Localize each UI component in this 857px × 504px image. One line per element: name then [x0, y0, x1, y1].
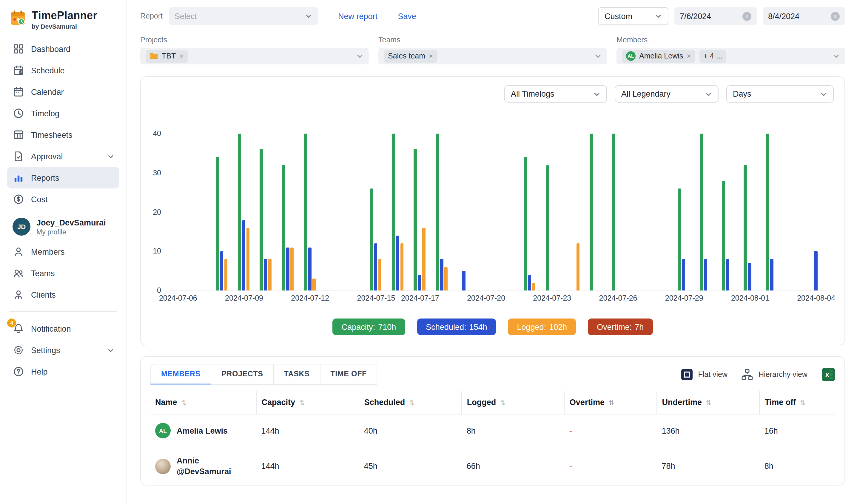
capacity-bar	[612, 134, 615, 291]
sidebar-item-teams[interactable]: Teams	[7, 262, 119, 284]
sort-icon[interactable]: ⇅	[500, 399, 505, 406]
scheduled-bar	[704, 259, 707, 291]
chevron-down-icon	[356, 52, 364, 60]
sidebar-item-timesheets[interactable]: Timesheets	[7, 124, 119, 145]
avatar: AL	[155, 423, 171, 438]
clear-date-icon[interactable]: ×	[742, 12, 751, 21]
sidebar-item-timelog[interactable]: Timelog	[7, 103, 119, 124]
granularity-select[interactable]: Days	[726, 85, 834, 103]
column-header-name[interactable]: Name⇅	[150, 391, 257, 414]
date-from-field[interactable]: 7/6/2024 ×	[674, 7, 757, 25]
scheduled-bar	[462, 271, 465, 291]
column-header-capacity[interactable]: Capacity⇅	[257, 391, 359, 414]
remove-chip-icon[interactable]: ×	[179, 52, 184, 60]
scheduled-bar	[770, 259, 773, 291]
logged-bar	[312, 279, 315, 291]
capacity-bar	[590, 134, 593, 291]
date-to-field[interactable]: 8/4/2024 ×	[763, 7, 845, 25]
tab-tasks[interactable]: TASKS	[273, 364, 320, 385]
timelog-filter-select[interactable]: All Timelogs	[504, 85, 607, 103]
capacity-value: 144h	[257, 414, 359, 447]
sidebar-item-label: Calendar	[31, 87, 64, 96]
sidebar-item-cost[interactable]: Cost	[7, 189, 119, 210]
column-header-logged[interactable]: Logged⇅	[462, 391, 565, 414]
sort-icon[interactable]: ⇅	[609, 399, 614, 406]
member-chip: AL Amelia Lewis ×	[622, 50, 695, 62]
legend-scheduled-button[interactable]: Scheduled: 154h	[417, 318, 496, 335]
date-range-preset-select[interactable]: Custom	[598, 7, 668, 25]
sidebar-item-dashboard[interactable]: Dashboard	[7, 38, 119, 60]
excel-export-icon[interactable]: X	[822, 368, 835, 381]
sidebar-item-label: Reports	[31, 173, 60, 182]
undertime-value: 136h	[657, 414, 760, 447]
members-filter-select[interactable]: AL Amelia Lewis × + 4 ...	[617, 48, 845, 65]
logged-bar	[576, 243, 579, 291]
scheduled-bar	[418, 275, 421, 291]
chart-card: All Timelogs All Legendary Days 01020304	[140, 76, 845, 345]
legend-label: Logged:	[517, 323, 547, 331]
legend-filter-select[interactable]: All Legendary	[615, 85, 719, 103]
column-header-overtime[interactable]: Overtime⇅	[565, 391, 657, 414]
sidebar-item-calendar[interactable]: Calendar	[7, 81, 119, 103]
sidebar-item-approval[interactable]: Approval	[7, 145, 119, 167]
column-header-undertime[interactable]: Undertime⇅	[657, 391, 760, 414]
details-table-card: MEMBERS PROJECTS TASKS TIME OFF Flat vie…	[140, 356, 845, 486]
scheduled-bar	[726, 259, 729, 291]
legend-overtime-button[interactable]: Overtime: 7h	[588, 318, 653, 335]
table-row[interactable]: Annie @DevSamurai 144h 45h 66h - 78h 8h	[150, 447, 835, 485]
capacity-bar	[370, 189, 373, 291]
legend-logged-button[interactable]: Logged: 102h	[508, 318, 576, 335]
sidebar-item-label: Members	[31, 247, 65, 256]
sidebar-divider	[10, 311, 117, 312]
sidebar-item-reports[interactable]: Reports	[7, 167, 119, 189]
logged-bar	[422, 228, 425, 291]
remove-chip-icon[interactable]: ×	[687, 52, 691, 60]
capacity-bar	[546, 165, 549, 291]
scheduled-bar	[528, 275, 532, 291]
projects-filter-select[interactable]: TBT ×	[140, 48, 369, 65]
save-report-link[interactable]: Save	[398, 12, 416, 21]
report-select[interactable]: Select	[169, 7, 318, 25]
more-members-chip[interactable]: + 4 ...	[699, 50, 726, 62]
clear-date-icon[interactable]: ×	[831, 12, 840, 21]
logged-bar	[224, 259, 228, 291]
column-header-scheduled[interactable]: Scheduled⇅	[359, 391, 462, 414]
sidebar-item-clients[interactable]: Clients	[7, 284, 119, 306]
hierarchy-view-icon[interactable]	[741, 368, 754, 381]
sidebar-item-notification[interactable]: 4 Notification	[7, 318, 119, 340]
scheduled-value: 45h	[359, 447, 462, 485]
range-preset-value: Custom	[605, 12, 632, 21]
profile-name: Joey_DevSamurai	[36, 218, 106, 227]
hierarchy-view-label[interactable]: Hierarchy view	[758, 370, 807, 379]
sidebar-item-members[interactable]: Members	[7, 241, 119, 262]
teams-filter-select[interactable]: Sales team ×	[379, 48, 607, 65]
sort-icon[interactable]: ⇅	[299, 399, 305, 406]
table-row[interactable]: AL Amelia Lewis 144h 40h 8h - 136h 16h	[150, 414, 835, 447]
profile-subtitle: My profile	[36, 228, 106, 235]
sort-icon[interactable]: ⇅	[181, 399, 187, 406]
app-subtitle: by DevSamurai	[32, 23, 97, 30]
capacity-bar	[260, 150, 263, 291]
project-chip-label: TBT	[162, 52, 176, 60]
new-report-link[interactable]: New report	[338, 12, 377, 21]
tab-projects[interactable]: PROJECTS	[211, 364, 274, 385]
sort-icon[interactable]: ⇅	[409, 399, 415, 406]
sort-icon[interactable]: ⇅	[800, 399, 805, 406]
remove-chip-icon[interactable]: ×	[429, 52, 433, 60]
capacity-bar	[722, 181, 725, 291]
schedule-icon	[13, 65, 24, 76]
flat-view-icon[interactable]	[680, 368, 693, 381]
x-axis-tick: 2024-07-26	[599, 294, 637, 302]
tab-members[interactable]: MEMBERS	[150, 364, 211, 385]
sidebar-item-schedule[interactable]: Schedule	[7, 60, 119, 81]
flat-view-label[interactable]: Flat view	[698, 370, 727, 379]
column-header-timeoff[interactable]: Time off⇅	[760, 391, 835, 414]
profile-block[interactable]: JD Joey_DevSamurai My profile	[7, 213, 119, 240]
sidebar-item-label: Schedule	[31, 66, 65, 75]
sidebar-item-help[interactable]: Help	[7, 361, 119, 382]
capacity-bar	[414, 150, 417, 291]
sort-icon[interactable]: ⇅	[706, 399, 711, 406]
sidebar-item-settings[interactable]: Settings	[7, 340, 119, 361]
legend-capacity-button[interactable]: Capacity: 710h	[333, 318, 405, 335]
tab-timeoff[interactable]: TIME OFF	[320, 364, 377, 385]
